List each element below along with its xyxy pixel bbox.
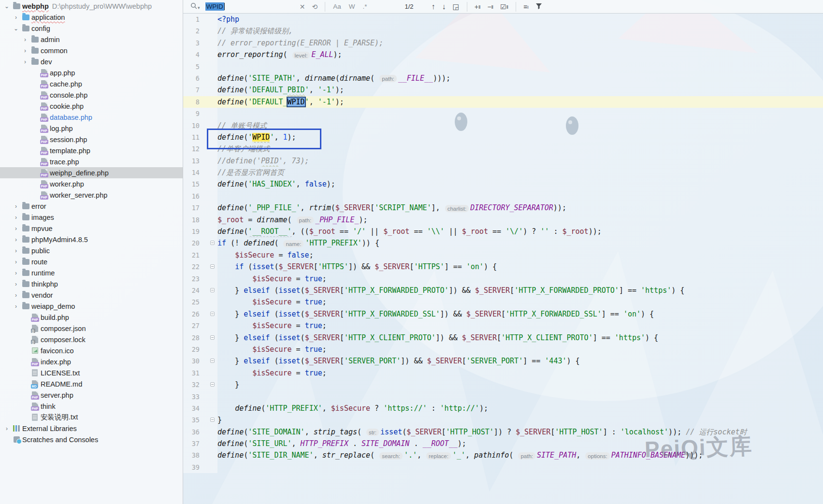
add-occurrence-button[interactable]: +Ⅱ — [471, 3, 484, 11]
fold-marker-icon[interactable] — [210, 359, 215, 363]
fold-marker-icon[interactable] — [210, 418, 215, 422]
multiline-search-toggle[interactable]: ≡I — [520, 3, 532, 11]
tree-item-error[interactable]: ›error — [0, 201, 183, 212]
fold-marker-icon[interactable] — [210, 312, 215, 316]
tree-item-worker-server-php[interactable]: PHPworker_server.php — [0, 189, 183, 201]
tree-item-images[interactable]: ›images — [0, 212, 183, 223]
chevron-down-icon[interactable]: ⌄ — [2, 3, 12, 10]
tree-item-mpvue[interactable]: ›mpvue — [0, 223, 183, 234]
tree-item-dev[interactable]: ›dev — [0, 56, 183, 67]
code-line-8[interactable]: 8define('DEFAULT_WPID', '-1'); — [183, 96, 823, 108]
chevron-right-icon[interactable]: › — [11, 259, 21, 265]
tree-item-admin[interactable]: ›admin — [0, 34, 183, 45]
code-line-2[interactable]: 2// 异常错误报错级别, — [183, 25, 823, 37]
code-line-33[interactable]: 33 — [183, 391, 823, 403]
code-line-27[interactable]: 27 $isSecure = true; — [183, 320, 823, 331]
tree-item-readme-md[interactable]: MDREADME.md — [0, 378, 183, 389]
tree-item-public[interactable]: ›public — [0, 245, 183, 256]
chevron-right-icon[interactable]: › — [11, 303, 21, 310]
code-line-13[interactable]: 13//define('PBID', 73); — [183, 155, 823, 167]
chevron-right-icon[interactable]: › — [11, 214, 21, 221]
tree-item-log-php[interactable]: PHPlog.php — [0, 123, 183, 134]
tree-item-thinkphp[interactable]: ›thinkphp — [0, 278, 183, 289]
code-line-16[interactable]: 16 — [183, 190, 823, 202]
regex-toggle[interactable]: .* — [359, 3, 371, 10]
filter-icon[interactable] — [532, 3, 546, 11]
code-line-30[interactable]: 30 } elseif (isset($_SERVER['SERVER_PORT… — [183, 355, 823, 367]
chevron-right-icon[interactable]: › — [11, 247, 21, 254]
code-line-31[interactable]: 31 $isSecure = true; — [183, 367, 823, 379]
code-line-14[interactable]: 14//是否显示官网首页 — [183, 167, 823, 178]
fold-marker-icon[interactable] — [210, 264, 215, 269]
code-line-22[interactable]: 22 if (isset($_SERVER['HTTPS']) && $_SER… — [183, 261, 823, 273]
code-line-12[interactable]: 12//单客户端模式 — [183, 143, 823, 155]
search-input[interactable]: WPID — [205, 2, 224, 11]
tree-item-config[interactable]: ⌄config — [0, 23, 183, 34]
code-line-17[interactable]: 17define('_PHP_FILE_', rtrim($_SERVER['S… — [183, 202, 823, 214]
tree-item-webphp[interactable]: ⌄webphpD:\phpstudy_pro\WWW\webphp — [0, 0, 183, 12]
code-line-34[interactable]: 34 define('HTTP_PREFIX', $isSecure ? 'ht… — [183, 403, 823, 414]
tree-item-weiapp-demo[interactable]: ›weiapp_demo — [0, 301, 183, 312]
tree-item-runtime[interactable]: ›runtime — [0, 267, 183, 278]
tree-item-app-php[interactable]: PHPapp.php — [0, 67, 183, 78]
tree-item-server-php[interactable]: PHPserver.php — [0, 389, 183, 401]
chevron-right-icon[interactable]: › — [20, 36, 30, 43]
chevron-right-icon[interactable]: › — [11, 236, 21, 243]
clear-search-icon[interactable]: ✕ — [296, 3, 309, 11]
code-line-38[interactable]: 38define('SITE_DIR_NAME', str_replace( s… — [183, 449, 823, 461]
tree-item-think[interactable]: PHPthink — [0, 401, 183, 412]
fold-marker-icon[interactable] — [210, 241, 215, 245]
tree-item-scratches-and-consoles[interactable]: Scratches and Consoles — [0, 434, 183, 445]
code-line-6[interactable]: 6define('SITE_PATH', dirname(dirname( pa… — [183, 72, 823, 84]
code-line-37[interactable]: 37define('SITE_URL', HTTP_PREFIX . SITE_… — [183, 438, 823, 449]
search-history-icon[interactable]: ⟲ — [309, 3, 321, 11]
chevron-right-icon[interactable]: › — [2, 425, 12, 432]
search-dropdown-caret[interactable]: ▾ — [198, 5, 200, 10]
tree-item-trace-php[interactable]: PHPtrace.php — [0, 156, 183, 167]
code-line-9[interactable]: 9 — [183, 108, 823, 119]
select-all-occurrences-button[interactable]: ☑Ⅱ — [497, 3, 512, 11]
code-line-10[interactable]: 10// 单账号模式 — [183, 120, 823, 131]
chevron-right-icon[interactable]: › — [11, 203, 21, 210]
chevron-right-icon[interactable]: › — [11, 14, 21, 21]
fold-marker-icon[interactable] — [210, 335, 215, 340]
chevron-right-icon[interactable]: › — [11, 292, 21, 299]
search-icon[interactable]: ▾ — [187, 2, 203, 11]
code-line-39[interactable]: 39 — [183, 461, 823, 473]
code-line-26[interactable]: 26 } elseif (isset($_SERVER['HTTP_X_FORW… — [183, 308, 823, 320]
code-line-29[interactable]: 29 $isSecure = true; — [183, 344, 823, 355]
chevron-right-icon[interactable]: › — [11, 281, 21, 288]
chevron-right-icon[interactable]: › — [11, 225, 21, 232]
code-line-36[interactable]: 36define('SITE_DOMAIN', strip_tags( str:… — [183, 426, 823, 438]
tree-item-build-php[interactable]: PHPbuild.php — [0, 312, 183, 323]
tree-item-cookie-php[interactable]: PHPcookie.php — [0, 101, 183, 112]
tree-item-common[interactable]: ›common — [0, 45, 183, 56]
tree-item-application[interactable]: ›application — [0, 12, 183, 23]
code-line-19[interactable]: 19define('__ROOT__', (($_root == '/' || … — [183, 226, 823, 237]
code-line-24[interactable]: 24 } elseif (isset($_SERVER['HTTP_X_FORW… — [183, 285, 823, 296]
code-line-18[interactable]: 18$_root = dirname( path:_PHP_FILE_); — [183, 214, 823, 226]
chevron-right-icon[interactable]: › — [11, 270, 21, 276]
code-line-15[interactable]: 15define('HAS_INDEX', false); — [183, 178, 823, 190]
code-line-23[interactable]: 23 $isSecure = true; — [183, 273, 823, 285]
tree-item-session-php[interactable]: PHPsession.php — [0, 134, 183, 145]
code-line-11[interactable]: 11define('WPID', 1); — [183, 131, 823, 143]
code-line-35[interactable]: 35} — [183, 414, 823, 426]
tree-item-license-txt[interactable]: LICENSE.txt — [0, 367, 183, 378]
tree-item-worker-php[interactable]: PHPworker.php — [0, 178, 183, 189]
match-case-toggle[interactable]: Aa — [329, 3, 345, 10]
tree-item-vendor[interactable]: ›vendor — [0, 289, 183, 301]
code-line-3[interactable]: 3// error_reporting(E_ERROR | E_PARSE); — [183, 37, 823, 49]
code-line-28[interactable]: 28 } elseif (isset($_SERVER['HTTP_X_CLIE… — [183, 332, 823, 344]
tree-item-cache-php[interactable]: PHPcache.php — [0, 78, 183, 89]
tree-item-route[interactable]: ›route — [0, 256, 183, 267]
tree-item-external-libraries[interactable]: ›External Libraries — [0, 423, 183, 434]
code-editor[interactable]: 1<?php2// 异常错误报错级别,3// error_reporting(E… — [183, 14, 823, 504]
chevron-right-icon[interactable]: › — [20, 58, 30, 65]
fold-marker-icon[interactable] — [210, 288, 215, 292]
next-occurrence-button[interactable]: ↓ — [439, 2, 449, 11]
tree-item-composer-json[interactable]: {}composer.json — [0, 323, 183, 334]
remove-occurrence-button[interactable]: −Ⅱ — [484, 3, 497, 11]
code-line-5[interactable]: 5 — [183, 61, 823, 72]
fold-marker-icon[interactable] — [210, 382, 215, 387]
